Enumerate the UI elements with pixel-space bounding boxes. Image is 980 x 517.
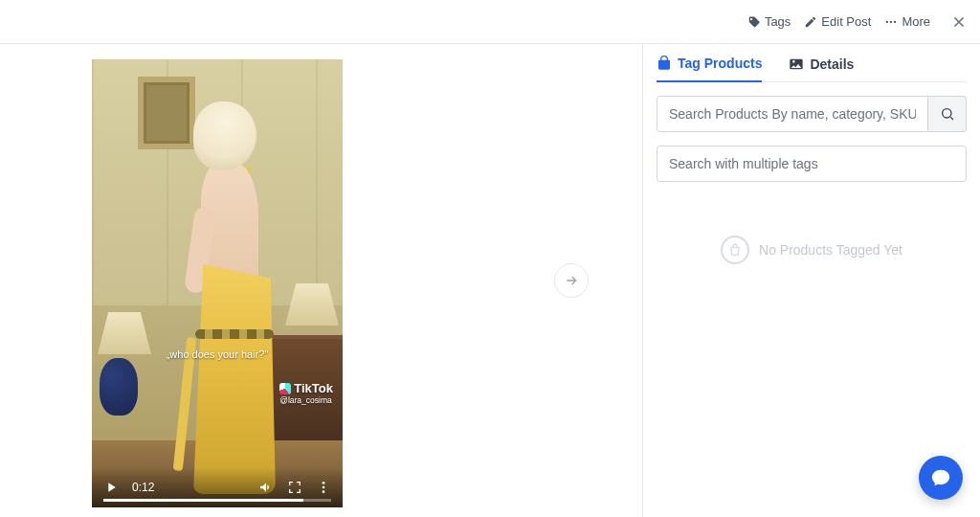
video-time: 0:12: [132, 481, 154, 494]
tab-tag-products-label: Tag Products: [678, 56, 762, 71]
tag-icon: [747, 15, 761, 29]
svg-point-1: [890, 20, 892, 22]
fullscreen-icon[interactable]: [287, 480, 302, 495]
ellipsis-icon: [884, 15, 898, 29]
tiktok-icon: [279, 383, 291, 394]
play-icon[interactable]: [103, 480, 119, 495]
tiktok-username: @lara_cosima: [279, 395, 333, 405]
more-label: More: [902, 14, 930, 29]
edit-post-button[interactable]: Edit Post: [804, 14, 871, 29]
shopping-bag-icon: [657, 56, 672, 71]
side-panel: Tag Products Details No Products Tagged …: [643, 44, 980, 517]
svg-point-0: [886, 20, 888, 22]
close-button[interactable]: [949, 12, 969, 32]
empty-state: No Products Tagged Yet: [657, 236, 967, 264]
edit-post-label: Edit Post: [821, 14, 871, 29]
bag-outline-icon: [721, 236, 749, 264]
product-search-button[interactable]: [928, 96, 967, 132]
svg-point-3: [323, 482, 325, 484]
more-button[interactable]: More: [884, 14, 930, 29]
chat-fab[interactable]: [919, 456, 963, 500]
media-pane: „who does your hair?" TikTok @lara_cosim…: [0, 44, 643, 517]
empty-message: No Products Tagged Yet: [759, 242, 902, 258]
svg-point-6: [942, 109, 950, 118]
panel-tabs: Tag Products Details: [657, 56, 967, 82]
video-progress[interactable]: [103, 499, 331, 502]
kebab-icon[interactable]: [316, 480, 331, 495]
tab-details-label: Details: [810, 56, 854, 72]
tab-details[interactable]: Details: [789, 56, 854, 81]
top-bar: Tags Edit Post More: [0, 0, 980, 44]
tab-tag-products[interactable]: Tag Products: [657, 56, 762, 82]
tags-search-input[interactable]: [657, 146, 967, 182]
tiktok-brand: TikTok: [294, 381, 333, 395]
main-content: „who does your hair?" TikTok @lara_cosim…: [0, 44, 980, 517]
tags-label: Tags: [765, 14, 791, 29]
volume-icon[interactable]: [258, 480, 274, 495]
svg-point-5: [323, 490, 325, 493]
pencil-icon: [804, 15, 817, 29]
svg-point-2: [894, 20, 896, 22]
tags-button[interactable]: Tags: [747, 14, 791, 29]
video-controls: 0:12: [92, 467, 343, 507]
video-frame: [92, 59, 343, 507]
video-caption: „who does your hair?": [167, 348, 269, 360]
svg-point-4: [323, 486, 325, 489]
next-media-button[interactable]: [554, 263, 589, 298]
product-search-input[interactable]: [657, 96, 928, 132]
image-icon: [789, 56, 804, 72]
tags-search-row: [657, 146, 967, 182]
product-search-row: [657, 96, 967, 132]
video-player[interactable]: „who does your hair?" TikTok @lara_cosim…: [92, 59, 343, 507]
tiktok-watermark: TikTok @lara_cosima: [279, 381, 333, 405]
